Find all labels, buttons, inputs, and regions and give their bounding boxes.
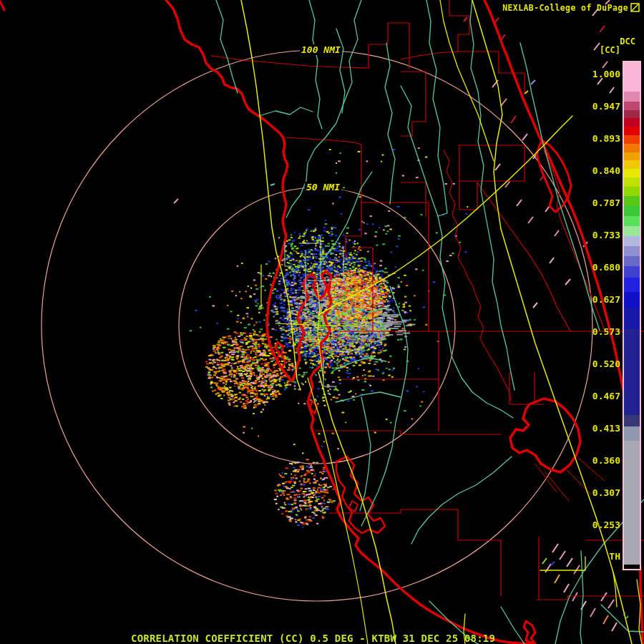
river [401, 86, 438, 216]
colorbar-segment [624, 102, 640, 110]
colorbar-tick-label: 0.840 [592, 165, 620, 176]
colorbar-tick-label: 0.627 [592, 294, 620, 305]
colorbar-segment [624, 278, 640, 292]
river [259, 107, 313, 116]
colorbar-tick-label: 0.733 [592, 230, 620, 240]
county-line [401, 72, 426, 136]
colorbar-segment [624, 110, 640, 118]
colorbar-tick-label: 0.680 [592, 262, 620, 273]
colorbar-segment [624, 206, 640, 216]
corner-coast-fragment [0, 1, 4, 10]
colorbar-tick-label: TH [609, 551, 620, 562]
map-vectors [0, 0, 644, 644]
county-line [459, 181, 477, 210]
colorbar-segment [624, 292, 640, 308]
river [309, 0, 322, 129]
river [336, 29, 345, 113]
colorbar-segment [624, 118, 640, 127]
colorbar-tick-label: 1.000 [592, 69, 620, 79]
naples-coast-blob [524, 621, 535, 644]
colorbar-segment [624, 426, 640, 441]
county-line [286, 137, 361, 203]
range-ring-50nmi [179, 187, 455, 464]
river [336, 392, 401, 402]
county-line [458, 145, 525, 181]
merritt-island [537, 140, 571, 212]
site-attribution: NEXLAB-College of DuPage [502, 3, 628, 13]
cod-logo-icon [630, 3, 640, 12]
colorbar-segment [624, 187, 640, 196]
colorbar-segment [624, 127, 640, 135]
colorbar-tick-label: 0.253 [592, 519, 620, 530]
product-title: CORRELATION COEFFICIENT (CC) 0.5 DEG - K… [131, 633, 495, 644]
colorbar-tick-label: 0.360 [592, 455, 620, 466]
river [216, 0, 238, 93]
river [411, 457, 512, 544]
colorbar-tick-label: 0.467 [592, 391, 620, 401]
river [330, 308, 386, 319]
county-line [449, 0, 525, 93]
county-line [458, 509, 501, 596]
county-line [211, 56, 369, 68]
city-boundary [323, 358, 336, 386]
colorbar-tick-label: 0.787 [592, 197, 620, 208]
colorbar-segment [624, 226, 640, 236]
colorbar-segment [624, 256, 640, 266]
colorbar-segment [624, 216, 640, 226]
colorbar-segment [624, 196, 640, 206]
indian-river-lagoon [544, 150, 605, 333]
colorbar-segment [624, 266, 640, 278]
colorbar-segment [624, 329, 640, 415]
colorbar-segment [624, 308, 640, 329]
colorbar-segment [624, 246, 640, 256]
colorbar-tick-label: 0.947 [592, 101, 620, 112]
range-ring-label: 100 NMI [300, 44, 342, 55]
highway-i4 [318, 116, 572, 315]
colorbar-segment [624, 160, 640, 169]
colorbar-tick-label: 0.520 [592, 358, 620, 369]
river [426, 0, 447, 216]
colorbar-tick-label: 0.413 [592, 423, 620, 434]
radar-display: NEXLAB-College of DuPage DCC [CC] 1.0000… [0, 0, 644, 644]
colorbar-tick-label: 0.573 [592, 326, 620, 337]
units-label: [CC] [600, 45, 620, 55]
county-line [315, 431, 501, 434]
county-line [351, 248, 373, 331]
product-code-label: DCC [620, 36, 635, 47]
range-ring-label: 50 NMI [305, 182, 341, 192]
county-line [346, 203, 361, 259]
colorbar-tick-label: 0.307 [592, 487, 620, 498]
colorbar-segment [624, 236, 640, 246]
colorbar-segment [624, 92, 640, 102]
colorbar-segment [624, 62, 640, 92]
colorbar-tick-label: 0.893 [592, 133, 620, 144]
colorbar-segment [624, 565, 640, 569]
city-boundary [285, 242, 292, 266]
highway [540, 557, 585, 570]
range-ring-100nmi [42, 50, 592, 601]
colorbar-segment [624, 152, 640, 160]
gulf-coastline [166, 0, 532, 644]
highway [440, 0, 494, 161]
colorbar-segment [624, 415, 640, 426]
bay-bridge [275, 323, 358, 326]
river [361, 286, 408, 526]
colorbar-segment [624, 169, 640, 177]
river [385, 43, 395, 204]
county-line [401, 182, 426, 216]
canal-line [545, 472, 569, 501]
colorbar-segment [624, 177, 640, 187]
river [580, 551, 583, 644]
colorbar-segment [624, 135, 640, 144]
atlantic-coastline [484, 0, 643, 644]
colorbar-segment [624, 144, 640, 152]
river [501, 607, 525, 644]
county-line [477, 182, 570, 331]
county-line [329, 509, 458, 513]
river [333, 358, 386, 371]
colorbar-segment [624, 441, 640, 565]
county-line [537, 596, 644, 600]
colorbar [623, 61, 641, 570]
river [360, 397, 371, 511]
river [438, 216, 513, 418]
